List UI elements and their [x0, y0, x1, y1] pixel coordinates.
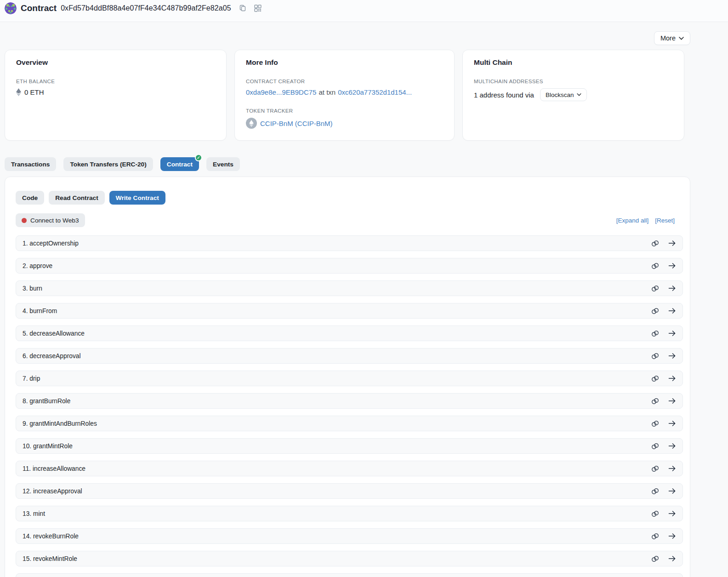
permalink-icon[interactable]	[651, 488, 659, 495]
function-row[interactable]: 5. decreaseAllowance	[16, 326, 683, 341]
arrow-right-icon[interactable]	[668, 533, 676, 539]
page-title: Contract	[21, 3, 57, 13]
more-dropdown-button[interactable]: More	[654, 31, 690, 45]
more-info-card-title: More Info	[246, 58, 443, 67]
subtab-read-contract[interactable]: Read Contract	[49, 191, 105, 205]
token-logo	[246, 118, 257, 129]
qr-code-icon[interactable]	[254, 5, 262, 12]
permalink-icon[interactable]	[651, 375, 659, 382]
multi-chain-card: Multi Chain MULTICHAIN ADDRESSES 1 addre…	[462, 50, 684, 141]
function-name: 2. approve	[23, 263, 52, 269]
function-row[interactable]: 6. decreaseApproval	[16, 348, 683, 364]
contract-panel: Code Read Contract Write Contract Connec…	[5, 177, 690, 577]
multi-chain-card-title: Multi Chain	[474, 58, 673, 67]
multichain-addresses-label: MULTICHAIN ADDRESSES	[474, 79, 673, 84]
permalink-icon[interactable]	[651, 285, 659, 292]
function-name: 7. drip	[23, 375, 40, 382]
function-name: 14. revokeBurnRole	[23, 533, 79, 540]
blockscan-dropdown-value: Blockscan	[546, 91, 574, 98]
page-header: Contract 0xFd57b4ddBf88a4e07fF4e34C487b9…	[0, 0, 728, 22]
verified-check-icon: ✓	[195, 154, 202, 161]
tab-events[interactable]: Events	[206, 157, 240, 171]
function-name: 15. revokeMintRole	[23, 555, 77, 562]
permalink-icon[interactable]	[651, 353, 659, 360]
function-row-partial[interactable]	[16, 573, 683, 577]
function-row[interactable]: 8. grantBurnRole	[16, 393, 683, 409]
arrow-right-icon[interactable]	[668, 330, 676, 337]
permalink-icon[interactable]	[651, 465, 659, 472]
expand-all-link[interactable]: [Expand all]	[616, 217, 649, 224]
function-row[interactable]: 14. revokeBurnRole	[16, 528, 683, 544]
arrow-right-icon[interactable]	[668, 240, 676, 246]
blockscan-dropdown[interactable]: Blockscan	[540, 88, 587, 101]
chevron-down-icon	[679, 37, 684, 40]
arrow-right-icon[interactable]	[668, 398, 676, 404]
function-name: 11. increaseAllowance	[23, 465, 85, 472]
creation-txn-link[interactable]: 0xc620a77352d1d154...	[338, 88, 412, 96]
function-name: 13. mint	[23, 510, 45, 517]
permalink-icon[interactable]	[651, 308, 659, 314]
permalink-icon[interactable]	[651, 240, 659, 247]
arrow-right-icon[interactable]	[668, 375, 676, 382]
function-name: 4. burnFrom	[23, 308, 57, 314]
function-row[interactable]: 7. drip	[16, 371, 683, 386]
permalink-icon[interactable]	[651, 420, 659, 427]
eth-balance-value: 0 ETH	[24, 88, 44, 96]
function-row[interactable]: 2. approve	[16, 258, 683, 274]
permalink-icon[interactable]	[651, 263, 659, 269]
arrow-right-icon[interactable]	[668, 263, 676, 269]
arrow-right-icon[interactable]	[668, 353, 676, 359]
arrow-right-icon[interactable]	[668, 510, 676, 517]
chevron-down-icon	[577, 93, 581, 96]
creator-connector-text: at txn	[318, 88, 336, 96]
permalink-icon[interactable]	[651, 533, 659, 540]
tab-transactions[interactable]: Transactions	[5, 157, 56, 171]
arrow-right-icon[interactable]	[668, 308, 676, 314]
function-name: 3. burn	[23, 285, 42, 292]
contract-creator-label: CONTRACT CREATOR	[246, 79, 443, 84]
function-row[interactable]: 11. increaseAllowance	[16, 461, 683, 476]
ethereum-icon	[16, 88, 21, 96]
arrow-right-icon[interactable]	[668, 465, 676, 472]
permalink-icon[interactable]	[651, 398, 659, 405]
function-row[interactable]: 1. acceptOwnership	[16, 235, 683, 251]
copy-address-icon[interactable]	[239, 5, 246, 12]
permalink-icon[interactable]	[651, 443, 659, 450]
token-tracker-link[interactable]: CCIP-BnM (CCIP-BnM)	[260, 120, 333, 127]
contract-identicon	[5, 2, 17, 14]
more-info-card: More Info CONTRACT CREATOR 0xda9e8e...9E…	[234, 50, 455, 141]
permalink-icon[interactable]	[651, 510, 659, 517]
arrow-right-icon[interactable]	[668, 420, 676, 427]
arrow-right-icon[interactable]	[668, 285, 676, 291]
function-row[interactable]: 12. increaseApproval	[16, 483, 683, 499]
tab-token-transfers[interactable]: Token Transfers (ERC-20)	[63, 157, 153, 171]
arrow-right-icon[interactable]	[668, 555, 676, 562]
function-row[interactable]: 4. burnFrom	[16, 303, 683, 319]
function-name: 12. increaseApproval	[23, 488, 82, 495]
eth-balance-label: ETH BALANCE	[16, 79, 215, 84]
write-function-list: 1. acceptOwnership 2. approve	[16, 235, 683, 566]
function-row[interactable]: 10. grantMintRole	[16, 438, 683, 454]
token-tracker-label: TOKEN TRACKER	[246, 108, 443, 114]
overview-card-title: Overview	[16, 58, 215, 67]
creator-address-link[interactable]: 0xda9e8e...9EB9DC75	[246, 88, 316, 96]
function-name: 9. grantMintAndBurnRoles	[23, 420, 97, 427]
reset-link[interactable]: [Reset]	[655, 217, 675, 224]
connect-to-web3-button[interactable]: Connect to Web3	[16, 213, 85, 227]
permalink-icon[interactable]	[651, 330, 659, 337]
function-name: 1. acceptOwnership	[23, 240, 79, 247]
contract-tabs: Transactions Token Transfers (ERC-20) Co…	[5, 157, 690, 171]
function-row[interactable]: 15. revokeMintRole	[16, 551, 683, 566]
function-row[interactable]: 3. burn	[16, 280, 683, 296]
arrow-right-icon[interactable]	[668, 443, 676, 449]
function-name: 8. grantBurnRole	[23, 398, 70, 405]
function-row[interactable]: 13. mint	[16, 506, 683, 521]
arrow-right-icon[interactable]	[668, 488, 676, 494]
function-row[interactable]: 9. grantMintAndBurnRoles	[16, 416, 683, 431]
connect-to-web3-label: Connect to Web3	[30, 217, 79, 224]
tab-contract-label: Contract	[167, 161, 193, 168]
permalink-icon[interactable]	[651, 555, 659, 562]
tab-contract[interactable]: Contract ✓	[160, 157, 199, 171]
subtab-code[interactable]: Code	[16, 191, 44, 205]
subtab-write-contract[interactable]: Write Contract	[109, 191, 165, 205]
